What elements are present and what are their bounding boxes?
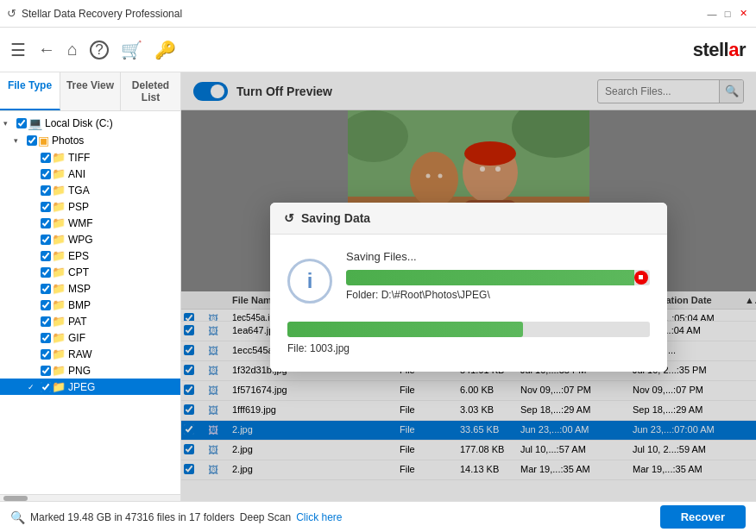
deep-scan-label: Deep Scan xyxy=(240,511,291,523)
tree-item-jpeg[interactable]: ✓📁JPEG xyxy=(0,379,180,395)
checkbox-tga[interactable] xyxy=(40,185,52,196)
checkbox-eps[interactable] xyxy=(40,251,52,261)
folder-icon: 📁 xyxy=(52,151,66,164)
progress-fill-2 xyxy=(287,322,523,337)
checkbox-pat[interactable] xyxy=(40,316,52,327)
modal-back-icon: ↺ xyxy=(284,211,294,225)
tree-item-ani[interactable]: 📁ANI xyxy=(0,166,180,182)
checkbox-raw[interactable] xyxy=(40,349,52,360)
tree-item-cpt[interactable]: 📁CPT xyxy=(0,264,180,280)
home-icon[interactable]: ⌂ xyxy=(67,40,78,59)
tree-label-photos: Photos xyxy=(52,135,84,147)
marked-text: Marked 19.48 GB in 47316 files in 17 fol… xyxy=(30,511,235,523)
folder-path: Folder: D:\#Root\Photos\JPEG\ xyxy=(346,289,650,301)
modal-overlay: ↺ Saving Data i Saving Files... ⏹ Folder… xyxy=(181,72,756,501)
checkbox-wpg[interactable] xyxy=(40,235,52,245)
folder-icon: 📁 xyxy=(52,331,66,344)
tree-item-msp[interactable]: 📁MSP xyxy=(0,280,180,297)
tree-item-png[interactable]: 📁PNG xyxy=(0,362,180,379)
progress-bar-2 xyxy=(287,322,650,337)
saving-text: Saving Files... xyxy=(346,250,650,263)
folder-icon: 📁 xyxy=(52,200,66,213)
tree-item-tga[interactable]: 📁TGA xyxy=(0,182,180,198)
checkbox-msp[interactable] xyxy=(40,284,52,294)
maximize-button[interactable]: □ xyxy=(721,8,734,20)
title-bar-left: ↺ Stellar Data Recovery Professional xyxy=(7,7,182,20)
toolbar-left: ☰ ← ⌂ ? 🛒 🔑 xyxy=(10,40,176,60)
horizontal-scrollbar[interactable] xyxy=(0,494,180,501)
progress-bar-1: ⏹ xyxy=(346,270,650,285)
tab-tree-view[interactable]: Tree View xyxy=(60,72,121,110)
folder-icon: 📁 xyxy=(52,266,66,279)
tree-item-pat[interactable]: 📁PAT xyxy=(0,313,180,329)
saving-data-modal: ↺ Saving Data i Saving Files... ⏹ Folder… xyxy=(270,203,667,372)
search-icon: 🔍 xyxy=(10,510,25,524)
tab-deleted-list[interactable]: Deleted List xyxy=(121,72,180,110)
tree-label-local-disk: Local Disk (C:) xyxy=(45,117,113,129)
right-panel: Turn Off Preview 🔍 xyxy=(181,72,756,501)
modal-title: Saving Data xyxy=(301,211,370,225)
checkbox-local-disk[interactable] xyxy=(16,118,28,128)
recover-button[interactable]: Recover xyxy=(660,505,746,529)
folder-icon: 📁 xyxy=(52,364,66,377)
checkbox-png[interactable] xyxy=(40,366,52,376)
click-here-link[interactable]: Click here xyxy=(296,511,342,523)
checkbox-cpt[interactable] xyxy=(40,267,52,278)
modal-title-bar: ↺ Saving Data xyxy=(270,203,667,235)
folder-icon: 📁 xyxy=(52,184,66,197)
stop-button[interactable]: ⏹ xyxy=(634,271,648,285)
menu-icon[interactable]: ☰ xyxy=(10,40,26,60)
tree-item-photos[interactable]: ▾ ▣ Photos xyxy=(0,132,180,149)
bottom-left: 🔍 Marked 19.48 GB in 47316 files in 17 f… xyxy=(10,510,343,524)
back-icon[interactable]: ← xyxy=(38,40,55,59)
toolbar: ☰ ← ⌂ ? 🛒 🔑 stellar xyxy=(0,28,756,72)
file-label: File: 1003.jpg xyxy=(287,342,650,354)
folder-icon: 📁 xyxy=(52,380,66,393)
checkbox-gif[interactable] xyxy=(40,333,52,343)
checkbox-wmf[interactable] xyxy=(40,218,52,228)
checkbox-photos[interactable] xyxy=(26,135,38,146)
left-panel: File Type Tree View Deleted List ▾ 💻 Loc… xyxy=(0,72,181,501)
info-icon: i xyxy=(287,259,332,304)
tree-item-gif[interactable]: 📁GIF xyxy=(0,329,180,346)
title-bar-controls: — □ ✕ xyxy=(706,8,749,20)
tab-file-type[interactable]: File Type xyxy=(0,72,60,110)
folder-icon: 📁 xyxy=(52,167,66,180)
app-title: Stellar Data Recovery Professional xyxy=(22,8,182,20)
checkbox-tiff[interactable] xyxy=(40,153,52,163)
tab-bar: File Type Tree View Deleted List xyxy=(0,72,180,111)
bottom-bar: 🔍 Marked 19.48 GB in 47316 files in 17 f… xyxy=(0,501,756,532)
tree-item-bmp[interactable]: 📁BMP xyxy=(0,297,180,313)
checkbox-ani[interactable] xyxy=(40,169,52,179)
undo-icon: ↺ xyxy=(7,7,16,20)
tree-item-eps[interactable]: 📁EPS xyxy=(0,247,180,264)
drive-icon: 💻 xyxy=(28,116,42,130)
cart-icon[interactable]: 🛒 xyxy=(121,40,142,60)
minimize-button[interactable]: — xyxy=(706,8,718,20)
tree-item-psp[interactable]: 📁PSP xyxy=(0,198,180,215)
progress-fill-1 xyxy=(346,270,634,285)
checkbox-jpeg[interactable] xyxy=(40,382,52,392)
modal-body: i Saving Files... ⏹ Folder: D:\#Root\Pho… xyxy=(270,235,667,372)
arrow-icon: ▾ xyxy=(3,119,16,128)
tree-item-tiff[interactable]: 📁TIFF xyxy=(0,149,180,166)
help-icon[interactable]: ? xyxy=(90,41,109,59)
tree-item-wmf[interactable]: 📁WMF xyxy=(0,215,180,231)
folder-icon: 📁 xyxy=(52,233,66,246)
folder-icon: 📁 xyxy=(52,249,66,262)
modal-top-row: i Saving Files... ⏹ Folder: D:\#Root\Pho… xyxy=(287,250,650,313)
folder-icon: 📁 xyxy=(52,347,66,360)
tree-item-raw[interactable]: 📁RAW xyxy=(0,346,180,362)
modal-right: Saving Files... ⏹ Folder: D:\#Root\Photo… xyxy=(346,250,650,313)
checkbox-bmp[interactable] xyxy=(40,300,52,310)
stellar-logo: stellar xyxy=(693,39,746,61)
tree-item-local-disk[interactable]: ▾ 💻 Local Disk (C:) xyxy=(0,115,180,132)
folder-icon: 📁 xyxy=(52,298,66,311)
close-button[interactable]: ✕ xyxy=(737,8,749,20)
main-layout: File Type Tree View Deleted List ▾ 💻 Loc… xyxy=(0,72,756,501)
tree-item-wpg[interactable]: 📁WPG xyxy=(0,231,180,247)
folder-icon: ▣ xyxy=(38,134,49,147)
key-icon[interactable]: 🔑 xyxy=(154,40,176,60)
file-tree: ▾ 💻 Local Disk (C:) ▾ ▣ Photos 📁TIFF 📁AN… xyxy=(0,111,180,494)
checkbox-psp[interactable] xyxy=(40,202,52,212)
